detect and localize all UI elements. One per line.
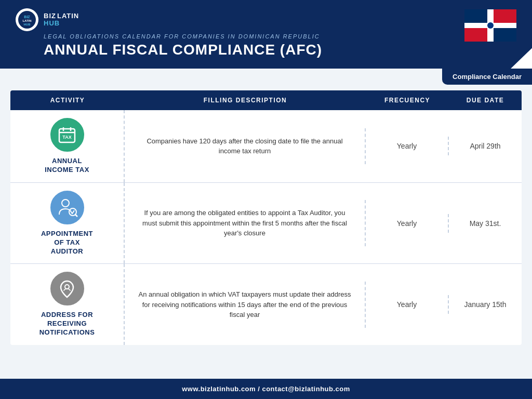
activity-cell-2: APPOINTMENTOF TAXAUDITOR (10, 183, 125, 264)
svg-text:LATIN: LATIN (22, 19, 31, 22)
location-icon-svg (57, 278, 77, 299)
svg-point-17 (62, 200, 69, 207)
svg-text:TAX: TAX (62, 135, 71, 140)
tax-icon: TAX (50, 118, 84, 152)
activity-label-1: ANNUALINCOME TAX (45, 157, 89, 175)
frequency-cell-1: Yearly (366, 137, 449, 155)
logo-latin: LATIN (57, 12, 79, 20)
col-duedate: DUE DATE (449, 97, 522, 104)
description-cell-2: If you are among the obligated entities … (125, 200, 366, 246)
biz-latin-hub-logo-svg: BIZ LATIN HUB (18, 10, 36, 29)
table-row: ADDRESS FORRECEIVINGNOTIFICATIONS An ann… (10, 264, 522, 345)
footer: www.bizlatinhub.com / contact@bizlatinhu… (0, 379, 532, 399)
page-wrapper: BIZ LATIN HUB BIZ LATIN HUB (0, 0, 532, 399)
table-row: APPOINTMENTOF TAXAUDITOR If you are amon… (10, 183, 522, 264)
content-area: Compliance Calendar ACTIVITY FILLING DES… (0, 69, 532, 379)
svg-text:HUB: HUB (24, 23, 31, 26)
header-title: ANNUAL FISCAL COMPLIANCE (AFC) (44, 42, 516, 58)
svg-text:BIZ: BIZ (24, 15, 30, 19)
activity-label-3: ADDRESS FORRECEIVINGNOTIFICATIONS (39, 311, 95, 337)
duedate-cell-1: April 29th (449, 137, 522, 155)
col-activity: ACTIVITY (10, 97, 125, 104)
compliance-table: ACTIVITY FILLING DESCRIPTION FRECUENCY D… (10, 90, 522, 345)
svg-point-11 (487, 22, 494, 29)
compliance-badge: Compliance Calendar (442, 69, 532, 85)
dominican-republic-flag (464, 9, 516, 42)
logo-biz: BIZ (44, 12, 56, 20)
table-row: TAX ANNUALINCOME TAX Companies have 120 … (10, 110, 522, 183)
auditor-icon (50, 191, 84, 224)
activity-label-2: APPOINTMENTOF TAXAUDITOR (41, 230, 93, 256)
logo-hub: HUB (44, 20, 79, 27)
header-top: BIZ LATIN HUB BIZ LATIN HUB (16, 8, 516, 31)
description-cell-3: An annual obligation in which VAT taxpay… (125, 282, 366, 328)
auditor-icon-svg (56, 196, 78, 218)
duedate-cell-2: May 31st. (449, 214, 522, 233)
frequency-cell-3: Yearly (366, 295, 449, 314)
header-subtitle: LEGAL OBLIGATIONS CALENDAR FOR COMPANIES… (44, 33, 516, 39)
header: BIZ LATIN HUB BIZ LATIN HUB (0, 0, 532, 69)
activity-cell-1: TAX ANNUALINCOME TAX (10, 110, 125, 182)
col-description: FILLING DESCRIPTION (125, 97, 366, 104)
svg-line-19 (75, 215, 77, 217)
description-cell-1: Companies have 120 days after the closin… (125, 128, 366, 164)
footer-text: www.bizlatinhub.com / contact@bizlatinhu… (182, 385, 350, 393)
frequency-cell-2: Yearly (366, 214, 449, 233)
duedate-cell-3: January 15th (449, 295, 522, 314)
location-icon (50, 272, 84, 305)
tax-icon-svg: TAX (57, 125, 77, 145)
svg-point-20 (65, 285, 69, 289)
logo-icon: BIZ LATIN HUB (16, 8, 38, 31)
activity-cell-3: ADDRESS FORRECEIVINGNOTIFICATIONS (10, 264, 125, 345)
table-header: ACTIVITY FILLING DESCRIPTION FRECUENCY D… (10, 90, 522, 110)
logo-text-area: BIZ LATIN HUB (44, 12, 79, 28)
flag-container (464, 9, 516, 42)
logo-area: BIZ LATIN HUB BIZ LATIN HUB (16, 8, 79, 31)
col-frequency: FRECUENCY (366, 97, 449, 104)
